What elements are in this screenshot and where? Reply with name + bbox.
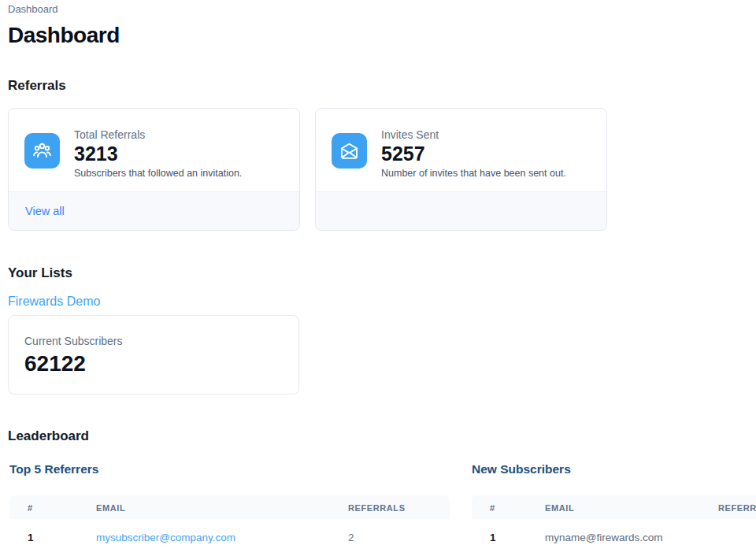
column-header-rank: # bbox=[9, 495, 88, 519]
metric-description: Number of invites that have been sent ou… bbox=[381, 168, 566, 180]
referrals-heading: Referrals bbox=[8, 78, 748, 94]
rank-cell: 1 bbox=[9, 519, 88, 556]
referrals-cell: 2 bbox=[340, 519, 450, 556]
metric-info: Total Referrals 3213 Subscribers that fo… bbox=[74, 128, 242, 180]
top-referrers-title: Top 5 Referrers bbox=[9, 461, 450, 476]
mail-open-icon bbox=[332, 133, 367, 169]
page-title: Dashboard bbox=[8, 22, 748, 48]
leaderboard-grid: Top 5 Referrers # EMAIL REFERRALS 1 mysu… bbox=[9, 461, 756, 556]
new-subscribers-panel: New Subscribers # EMAIL REFERRED 1 mynam… bbox=[472, 461, 756, 556]
column-header-email: EMAIL bbox=[537, 495, 710, 519]
card-body: Invites Sent 5257 Number of invites that… bbox=[316, 109, 606, 191]
card-footer bbox=[316, 191, 606, 230]
email-cell: mysubscriber@company.com bbox=[88, 519, 340, 556]
invites-sent-card: Invites Sent 5257 Number of invites that… bbox=[315, 108, 607, 231]
metric-value: 5257 bbox=[381, 143, 566, 165]
top-referrers-panel: Top 5 Referrers # EMAIL REFERRALS 1 mysu… bbox=[9, 461, 450, 556]
list-link-firewards-demo[interactable]: Firewards Demo bbox=[8, 294, 100, 309]
metric-label: Invites Sent bbox=[381, 128, 566, 142]
table-header-row: # EMAIL REFERRALS bbox=[9, 495, 450, 519]
current-subscribers-card: Current Subscribers 62122 bbox=[8, 315, 299, 395]
view-all-link[interactable]: View all bbox=[25, 205, 65, 217]
column-header-referrals: REFERRALS bbox=[340, 495, 450, 519]
card-body: Total Referrals 3213 Subscribers that fo… bbox=[9, 109, 299, 191]
email-cell: myname@firewards.com bbox=[537, 519, 710, 556]
dashboard-page: Dashboard Dashboard Referrals Total Re bbox=[0, 0, 756, 556]
your-lists-heading: Your Lists bbox=[8, 265, 748, 281]
column-header-rank: # bbox=[472, 495, 537, 519]
total-referrals-card: Total Referrals 3213 Subscribers that fo… bbox=[8, 108, 300, 231]
table-row: 1 myname@firewards.com bbox=[472, 519, 756, 556]
metric-label: Total Referrals bbox=[74, 128, 242, 142]
column-header-email: EMAIL bbox=[88, 495, 340, 519]
rank-cell: 1 bbox=[472, 519, 537, 556]
referrals-cards: Total Referrals 3213 Subscribers that fo… bbox=[8, 108, 748, 231]
new-subscribers-title: New Subscribers bbox=[472, 461, 756, 476]
breadcrumb[interactable]: Dashboard bbox=[8, 3, 748, 16]
new-subscribers-table: # EMAIL REFERRED 1 myname@firewards.com bbox=[472, 495, 756, 556]
table-header-row: # EMAIL REFERRED bbox=[472, 495, 756, 519]
leaderboard-heading: Leaderboard bbox=[8, 428, 748, 444]
table-row: 1 mysubscriber@company.com 2 bbox=[9, 519, 450, 556]
subscriber-email-link[interactable]: mysubscriber@company.com bbox=[96, 532, 235, 543]
metric-info: Invites Sent 5257 Number of invites that… bbox=[381, 128, 566, 180]
metric-description: Subscribers that followed an invitation. bbox=[74, 168, 242, 180]
users-icon bbox=[24, 133, 60, 169]
card-footer: View all bbox=[9, 191, 299, 230]
column-header-referred: REFERRED bbox=[710, 495, 756, 519]
subscriber-email: myname@firewards.com bbox=[545, 532, 663, 543]
referred-cell bbox=[710, 519, 756, 556]
metric-value: 3213 bbox=[74, 143, 242, 165]
subscribers-label: Current Subscribers bbox=[24, 335, 283, 348]
subscribers-value: 62122 bbox=[24, 351, 283, 376]
top-referrers-table: # EMAIL REFERRALS 1 mysubscriber@company… bbox=[9, 495, 450, 556]
